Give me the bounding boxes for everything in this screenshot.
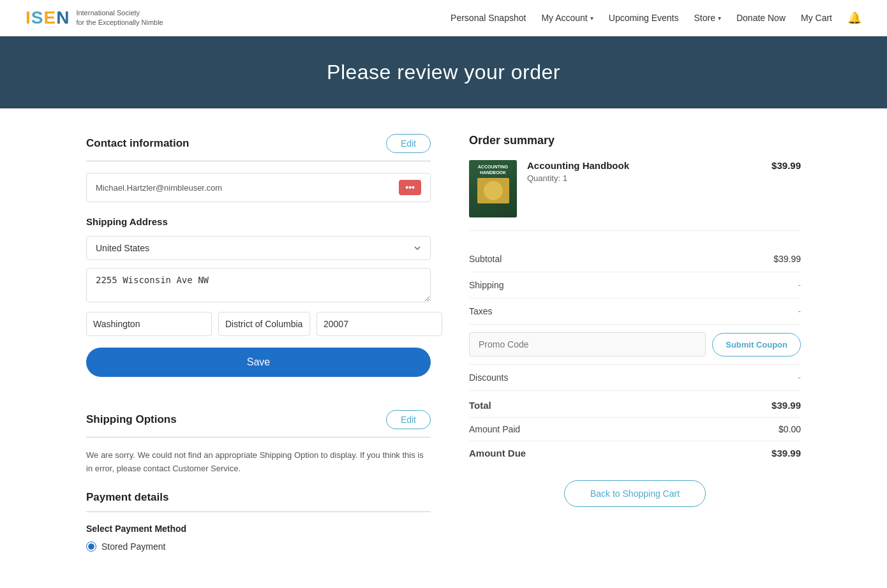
- taxes-label: Taxes: [469, 306, 493, 316]
- logo-isen: ISEN: [26, 8, 70, 28]
- payment-section: Payment details Select Payment Method St…: [86, 491, 431, 552]
- logo-area[interactable]: ISEN International Society for the Excep…: [26, 8, 163, 28]
- address-textarea[interactable]: 2255 Wisconsin Ave NW: [86, 268, 431, 302]
- discounts-row: Discounts -: [469, 365, 801, 391]
- nav-upcoming-events[interactable]: Upcoming Events: [609, 13, 679, 23]
- book-cover: ACCOUNTINGHANDBOOK: [469, 160, 517, 217]
- promo-code-input[interactable]: [469, 332, 706, 356]
- total-value: $39.99: [771, 400, 801, 411]
- shipping-options-edit-button[interactable]: Edit: [386, 410, 431, 429]
- logo-letter-i: I: [26, 8, 31, 27]
- total-label: Total: [469, 400, 491, 411]
- shipping-options-divider: [86, 437, 431, 437]
- total-section: Total $39.99 Amount Paid $0.00 Amount Du…: [469, 393, 801, 465]
- product-name: Accounting Handbook: [527, 160, 761, 171]
- total-row: Total $39.99: [469, 393, 801, 418]
- contact-edit-button[interactable]: Edit: [386, 134, 431, 153]
- product-quantity: Quantity: 1: [527, 173, 761, 183]
- stored-payment-radio[interactable]: [86, 541, 96, 552]
- logo-letter-e: E: [43, 8, 56, 27]
- amount-due-value: $39.99: [771, 448, 801, 459]
- discounts-value: -: [798, 372, 801, 383]
- nav-personal-snapshot[interactable]: Personal Snapshot: [451, 13, 526, 23]
- state-select[interactable]: District of Columbia: [218, 312, 310, 336]
- taxes-value: -: [798, 306, 801, 316]
- stored-payment-option[interactable]: Stored Payment: [86, 541, 431, 552]
- back-to-cart-button[interactable]: Back to Shopping Cart: [564, 480, 706, 507]
- country-select[interactable]: United States: [86, 236, 431, 260]
- chevron-down-icon: ▾: [590, 15, 593, 22]
- contact-section-title: Contact information: [86, 137, 190, 150]
- nav-donate-now[interactable]: Donate Now: [736, 13, 786, 23]
- logo-letter-n: N: [56, 8, 70, 27]
- shipping-label: Shipping: [469, 280, 504, 290]
- taxes-row: Taxes -: [469, 298, 801, 325]
- promo-row: Submit Coupon: [469, 325, 801, 365]
- page-title: Please review your order: [13, 61, 874, 84]
- amount-paid-label: Amount Paid: [469, 424, 520, 434]
- product-row: ACCOUNTINGHANDBOOK Accounting Handbook Q…: [469, 160, 801, 231]
- amount-due-row: Amount Due $39.99: [469, 441, 801, 465]
- contact-divider: [86, 161, 431, 161]
- email-dots-button[interactable]: •••: [399, 180, 421, 195]
- nav-store[interactable]: Store ▾: [694, 13, 720, 23]
- zip-input[interactable]: [317, 312, 442, 336]
- stored-payment-label: Stored Payment: [101, 541, 165, 552]
- product-image: ACCOUNTINGHANDBOOK: [469, 160, 517, 217]
- shipping-options-header: Shipping Options Edit: [86, 410, 431, 429]
- submit-coupon-button[interactable]: Submit Coupon: [712, 333, 801, 356]
- email-row: Michael.Hartzler@nimbleuser.com •••: [86, 173, 431, 202]
- shipping-options-title: Shipping Options: [86, 413, 177, 426]
- shipping-address-label: Shipping Address: [86, 216, 431, 227]
- product-price: $39.99: [771, 160, 801, 171]
- amount-due-label: Amount Due: [469, 448, 526, 459]
- nav-my-cart[interactable]: My Cart: [801, 13, 832, 23]
- subtotal-label: Subtotal: [469, 254, 502, 264]
- site-header: ISEN International Society for the Excep…: [0, 0, 887, 36]
- subtotal-value: $39.99: [773, 254, 801, 264]
- shipping-row: Shipping -: [469, 272, 801, 298]
- nav-my-account[interactable]: My Account ▾: [541, 13, 593, 23]
- shipping-address-section: Shipping Address United States 2255 Wisc…: [86, 216, 431, 396]
- city-state-zip-row: District of Columbia: [86, 312, 431, 336]
- shipping-error-text: We are sorry. We could not find an appro…: [86, 449, 431, 476]
- amount-paid-row: Amount Paid $0.00: [469, 418, 801, 441]
- payment-title: Payment details: [86, 491, 168, 504]
- shipping-options-section: Shipping Options Edit We are sorry. We c…: [86, 410, 431, 476]
- product-details: Accounting Handbook Quantity: 1: [527, 160, 761, 183]
- order-summary-title: Order summary: [469, 134, 801, 147]
- main-content: Contact information Edit Michael.Hartzle…: [61, 134, 826, 552]
- discounts-label: Discounts: [469, 372, 508, 383]
- chevron-down-icon: ▾: [718, 15, 721, 22]
- hero-banner: Please review your order: [0, 36, 887, 108]
- city-input[interactable]: [86, 312, 212, 336]
- shipping-value: -: [798, 280, 801, 290]
- payment-divider: [86, 511, 431, 512]
- bell-icon[interactable]: 🔔: [847, 11, 861, 25]
- logo-letter-s: S: [31, 8, 44, 27]
- main-nav: Personal Snapshot My Account ▾ Upcoming …: [451, 11, 861, 25]
- email-text: Michael.Hartzler@nimbleuser.com: [96, 183, 222, 193]
- contact-section-header: Contact information Edit: [86, 134, 431, 153]
- payment-header: Payment details: [86, 491, 431, 504]
- save-button[interactable]: Save: [86, 348, 431, 377]
- logo-subtitle: International Society for the Exceptiona…: [76, 8, 163, 28]
- subtotal-row: Subtotal $39.99: [469, 246, 801, 272]
- left-column: Contact information Edit Michael.Hartzle…: [86, 134, 431, 552]
- right-column: Order summary ACCOUNTINGHANDBOOK Account…: [469, 134, 801, 552]
- amount-paid-value: $0.00: [779, 424, 801, 434]
- payment-method-label: Select Payment Method: [86, 524, 431, 534]
